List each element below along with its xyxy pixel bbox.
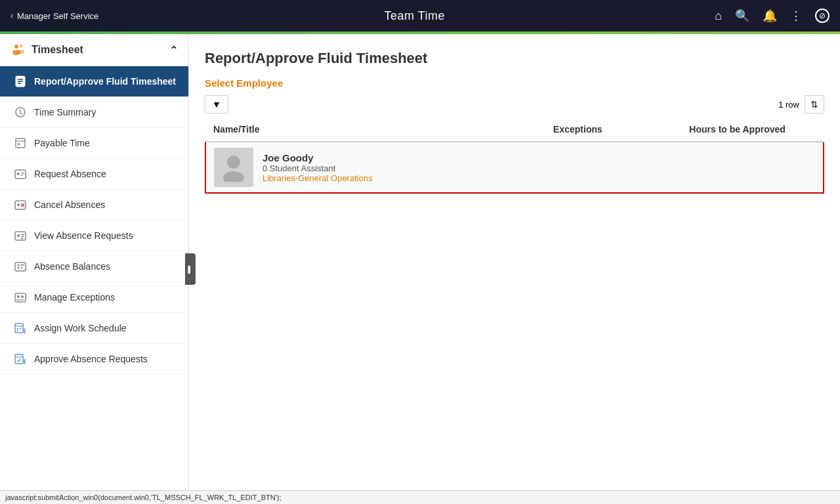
sidebar: Timesheet ⌃ Report/Approve Fluid Timeshe… — [0, 34, 189, 504]
svg-rect-13 — [18, 143, 20, 145]
svg-rect-25 — [21, 236, 24, 238]
top-navigation: ‹ Manager Self Service Team Time ⌂ 🔍 🔔 ⋮… — [0, 0, 840, 32]
sidebar-item-label-manage: Manage Exceptions — [34, 292, 115, 303]
main-content: Report/Approve Fluid Timesheet Select Em… — [189, 34, 840, 504]
svg-rect-39 — [20, 328, 21, 329]
time-summary-icon — [13, 105, 28, 119]
svg-rect-36 — [15, 324, 23, 333]
svg-rect-32 — [15, 293, 26, 302]
svg-point-45 — [227, 156, 240, 169]
page-title: Report/Approve Fluid Timesheet — [205, 50, 824, 67]
svg-rect-17 — [21, 175, 23, 176]
employee-info: Joe Goody 0 Student Assistant Libraries-… — [262, 152, 373, 183]
svg-rect-24 — [21, 234, 24, 236]
approve-absence-icon — [13, 352, 28, 366]
sidebar-collapse-handle[interactable]: ▌ — [185, 253, 196, 285]
collapse-icon: ⌃ — [169, 44, 178, 56]
sidebar-item-view-absence[interactable]: View Absence Requests — [0, 220, 188, 251]
svg-point-15 — [17, 173, 20, 175]
svg-line-10 — [20, 112, 22, 114]
svg-point-23 — [17, 234, 20, 237]
person-silhouette-icon — [220, 153, 247, 182]
absence-balances-icon — [13, 259, 28, 274]
sidebar-item-absence-balances[interactable]: Absence Balances — [0, 251, 188, 282]
avatar — [214, 148, 253, 187]
more-icon[interactable]: ⋮ — [790, 9, 802, 23]
sidebar-timesheet-label: Timesheet — [32, 44, 83, 56]
svg-rect-44 — [24, 359, 26, 364]
sidebar-item-approve-absence[interactable]: Approve Absence Requests — [0, 344, 188, 375]
sidebar-section-timesheet[interactable]: Timesheet ⌃ — [0, 34, 188, 66]
svg-rect-30 — [20, 264, 24, 266]
app-title: Team Time — [114, 9, 715, 23]
svg-rect-41 — [24, 328, 26, 333]
sidebar-item-report-approve[interactable]: Report/Approve Fluid Timesheet — [0, 66, 188, 97]
exceptions-cell — [545, 142, 681, 193]
col-header-hours: Hours to be Approved — [681, 117, 824, 142]
chevron-left-icon: ‹ — [10, 11, 13, 20]
assign-schedule-icon — [13, 321, 28, 335]
nav-icons: ⌂ 🔍 🔔 ⋮ ⊘ — [715, 9, 830, 23]
timesheet-group-icon — [10, 42, 26, 58]
employee-department[interactable]: Libraries-General Operations — [262, 173, 373, 183]
sidebar-item-label-report: Report/Approve Fluid Timesheet — [34, 76, 176, 87]
collapse-handle-icon: ▌ — [188, 266, 192, 273]
filter-icon: ▼ — [212, 99, 221, 110]
hours-cell — [681, 142, 824, 193]
svg-point-46 — [223, 171, 244, 182]
sidebar-item-label-request: Request Absence — [34, 169, 106, 179]
svg-point-34 — [21, 295, 24, 298]
svg-rect-22 — [15, 232, 26, 240]
svg-rect-16 — [21, 173, 24, 174]
svg-point-19 — [17, 203, 20, 206]
home-icon[interactable]: ⌂ — [715, 9, 722, 23]
employee-name: Joe Goody — [262, 152, 373, 163]
svg-point-33 — [17, 295, 20, 298]
svg-point-28 — [18, 264, 20, 266]
sidebar-item-request-absence[interactable]: Request Absence — [0, 159, 188, 190]
status-text: javascript:submitAction_win0(document.wi… — [5, 494, 282, 501]
sidebar-item-label-view: View Absence Requests — [34, 230, 133, 241]
sidebar-item-manage-exceptions[interactable]: Manage Exceptions — [0, 282, 188, 313]
manage-exceptions-icon — [13, 290, 28, 304]
payable-time-icon — [13, 136, 28, 150]
col-header-name: Name/Title — [205, 117, 545, 142]
svg-rect-26 — [21, 238, 23, 240]
employee-title: 0 Student Assistant — [262, 163, 373, 173]
svg-rect-18 — [15, 201, 26, 209]
back-label: Manager Self Service — [17, 11, 98, 21]
sort-button[interactable]: ⇅ — [805, 95, 824, 114]
svg-point-1 — [20, 45, 23, 48]
col-header-exceptions: Exceptions — [545, 117, 681, 142]
request-absence-icon — [13, 167, 28, 181]
block-icon[interactable]: ⊘ — [815, 9, 830, 23]
svg-point-29 — [18, 267, 20, 269]
employee-table: Name/Title Exceptions Hours to be Approv… — [205, 117, 824, 194]
sidebar-item-assign-work-schedule[interactable]: Assign Work Schedule — [0, 313, 188, 344]
report-approve-icon — [13, 74, 28, 89]
back-button[interactable]: ‹ Manager Self Service — [10, 11, 98, 21]
svg-rect-27 — [15, 262, 26, 271]
sidebar-item-label-payable: Payable Time — [34, 138, 90, 148]
search-icon[interactable]: 🔍 — [735, 9, 749, 23]
svg-rect-42 — [15, 354, 23, 364]
sidebar-item-cancel-absences[interactable]: Cancel Absences — [0, 190, 188, 220]
bell-icon[interactable]: 🔔 — [763, 9, 777, 23]
svg-point-3 — [18, 50, 24, 54]
svg-rect-11 — [16, 138, 25, 148]
svg-rect-14 — [15, 170, 26, 178]
sidebar-item-label-approve: Approve Absence Requests — [34, 354, 148, 364]
sidebar-item-payable-time[interactable]: Payable Time — [0, 128, 188, 159]
view-absence-icon — [13, 228, 28, 243]
table-row[interactable]: Joe Goody 0 Student Assistant Libraries-… — [205, 142, 824, 193]
svg-rect-38 — [17, 328, 18, 329]
sidebar-item-label-balances: Absence Balances — [34, 261, 110, 272]
filter-button[interactable]: ▼ — [205, 95, 228, 114]
sidebar-item-label-cancel: Cancel Absences — [34, 200, 105, 210]
sort-icon: ⇅ — [810, 99, 818, 110]
sidebar-item-time-summary[interactable]: Time Summary — [0, 97, 188, 128]
svg-rect-40 — [17, 330, 18, 331]
svg-rect-31 — [20, 267, 23, 268]
section-title: Select Employee — [205, 77, 824, 89]
status-bar: javascript:submitAction_win0(document.wi… — [0, 490, 840, 504]
